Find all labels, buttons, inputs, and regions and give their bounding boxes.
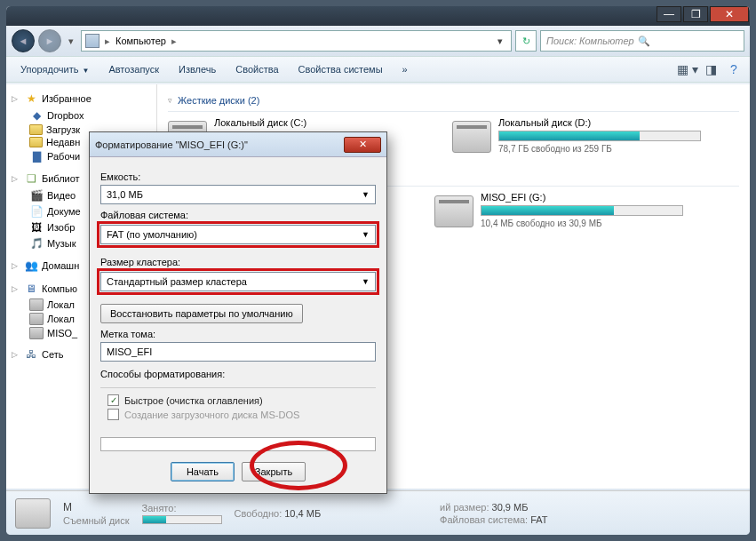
breadcrumb-location[interactable]: Компьютер [115, 36, 166, 46]
dialog-titlebar: Форматирование "MISO_EFI (G:)" ✕ [90, 132, 386, 157]
volume-label-label: Метка тома: [100, 329, 376, 339]
drive-name: MISO_EFI (G:) [481, 192, 683, 203]
nav-row: ◄ ► ▾ ▸ Компьютер ▸ ▾ ↻ Поиск: Компьютер… [6, 26, 750, 56]
drive-item-d[interactable]: Локальный диск (D:) 78,7 ГБ свободно из … [452, 117, 701, 154]
homegroup-icon: 👥 [24, 259, 38, 273]
format-progress-bar [100, 437, 376, 451]
drive-item-miso-efi[interactable]: MISO_EFI (G:) 10,4 МБ свободно из 30,9 М… [434, 192, 683, 228]
search-input[interactable]: Поиск: Компьютер 🔍 [540, 30, 744, 52]
drive-icon [29, 327, 44, 339]
folder-icon [29, 124, 43, 135]
music-icon: 🎵 [29, 236, 44, 251]
details-pane: M Съемный диск Занято: Свободно: 10,4 МБ… [6, 490, 750, 535]
breadcrumb-separator: ▸ [101, 36, 114, 47]
status-type: Съемный диск [63, 515, 130, 526]
drive-icon [15, 498, 51, 529]
msdos-boot-checkbox: Создание загрузочного диска MS-DOS [107, 409, 369, 420]
drive-icon [29, 313, 44, 325]
drive-icon [434, 195, 473, 227]
format-dialog: Форматирование "MISO_EFI (G:)" ✕ Емкость… [89, 131, 387, 494]
drive-usage-bar [498, 131, 701, 141]
minimize-button[interactable]: — [657, 6, 681, 22]
restore-defaults-button[interactable]: Восстановить параметры по умолчанию [100, 304, 303, 323]
drive-icon [29, 298, 44, 311]
organize-menu[interactable]: Упорядочить▼ [12, 60, 98, 78]
folder-icon [29, 137, 43, 147]
drive-free-text: 10,4 МБ свободно из 30,9 МБ [481, 219, 683, 228]
maximize-button[interactable]: ❐ [683, 6, 708, 22]
breadcrumb[interactable]: ▸ Компьютер ▸ ▾ [81, 30, 512, 52]
status-usage-bar [142, 515, 222, 524]
network-icon: 🖧 [24, 347, 38, 362]
search-placeholder: Поиск: Компьютер [546, 36, 634, 46]
checkbox-icon: ✓ [107, 394, 119, 406]
dialog-title: Форматирование "MISO_EFI (G:)" [95, 139, 344, 150]
video-icon: 🎬 [29, 188, 44, 203]
checkbox-icon [107, 409, 119, 420]
eject-button[interactable]: Извлечь [170, 60, 225, 78]
help-button[interactable]: ? [723, 59, 744, 80]
quick-format-checkbox[interactable]: ✓ Быстрое (очистка оглавления) [107, 394, 369, 406]
capacity-label: Емкость: [100, 171, 376, 182]
breadcrumb-separator: ▸ [168, 36, 180, 47]
sidebar-favorites-header[interactable]: ▷★Избранное [6, 90, 156, 107]
cluster-select[interactable]: Стандартный размер кластера▼ [100, 272, 376, 291]
properties-button[interactable]: Свойства [227, 60, 287, 78]
drive-free-text: 78,7 ГБ свободно из 259 ГБ [498, 144, 701, 154]
filesystem-select[interactable]: FAT (по умолчанию)▼ [100, 225, 376, 244]
picture-icon: 🖼 [29, 220, 44, 235]
command-bar: Упорядочить▼ Автозапуск Извлечь Свойства… [6, 56, 750, 83]
forward-button[interactable]: ► [38, 29, 61, 52]
drive-icon [452, 121, 491, 153]
dialog-close-button[interactable]: ✕ [344, 137, 381, 153]
format-options-group: ✓ Быстрое (очистка оглавления) Создание … [100, 387, 376, 428]
drive-name: Локальный диск (D:) [498, 117, 701, 128]
document-icon: 📄 [29, 204, 44, 219]
dropbox-icon: ◆ [29, 108, 44, 123]
cluster-label: Размер кластера: [100, 257, 376, 267]
view-options-button[interactable]: ▦ ▾ [677, 59, 698, 80]
drive-usage-bar [481, 205, 683, 216]
category-hard-drives[interactable]: ▿Жесткие диски (2) [168, 90, 739, 112]
preview-pane-button[interactable]: ◨ [700, 59, 721, 80]
more-chevron[interactable]: » [394, 60, 417, 78]
history-dropdown[interactable]: ▾ [65, 29, 77, 52]
desktop-icon: ▇ [29, 149, 44, 163]
sidebar-item-dropbox[interactable]: ◆Dropbox [6, 107, 156, 123]
computer-icon: 🖥 [24, 282, 38, 296]
close-dialog-button[interactable]: Закрыть [242, 462, 306, 481]
volume-label-input[interactable]: MISO_EFI [100, 342, 376, 362]
filesystem-label: Файловая система: [100, 210, 376, 220]
highlight-filesystem: FAT (по умолчанию)▼ [97, 221, 379, 248]
drive-name: Локальный диск (C:) [214, 117, 417, 128]
libraries-icon: ❑ [24, 171, 38, 186]
close-button[interactable]: ✕ [710, 6, 749, 22]
back-button[interactable]: ◄ [12, 29, 35, 52]
autoplay-button[interactable]: Автозапуск [99, 60, 168, 78]
star-icon: ★ [24, 91, 38, 106]
format-methods-label: Способы форматирования: [100, 369, 376, 379]
start-button[interactable]: Начать [171, 462, 235, 481]
refresh-button[interactable]: ↻ [515, 30, 537, 52]
system-properties-button[interactable]: Свойства системы [290, 60, 392, 78]
status-name: M [63, 501, 130, 513]
search-icon: 🔍 [638, 36, 650, 47]
breadcrumb-dropdown[interactable]: ▾ [493, 36, 507, 47]
computer-icon [85, 34, 99, 48]
highlight-cluster: Стандартный размер кластера▼ [97, 268, 379, 295]
window-titlebar: — ❐ ✕ [6, 6, 750, 26]
capacity-select[interactable]: 31,0 МБ▼ [100, 185, 376, 204]
